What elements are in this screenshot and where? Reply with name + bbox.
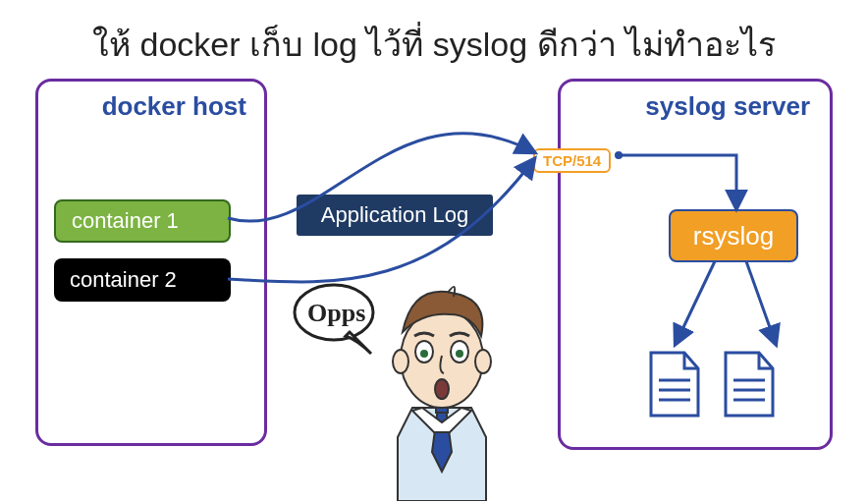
application-log-text: Application Log (321, 202, 468, 228)
docker-host-box: docker host container 1 container 2 (35, 79, 267, 446)
container-2: container 2 (54, 258, 231, 302)
svg-point-16 (420, 350, 428, 358)
svg-point-12 (393, 350, 408, 373)
svg-point-17 (456, 350, 463, 358)
container-1: container 1 (54, 199, 231, 243)
application-log-label: Application Log (297, 195, 493, 236)
surprised-man-illustration (363, 265, 520, 501)
rsyslog-label: rsyslog (693, 221, 774, 252)
log-file-icon (647, 351, 702, 419)
speech-text: Opps (307, 299, 365, 328)
diagram-title: ให้ docker เก็บ log ไว้ที่ syslog ดีกว่า… (0, 18, 868, 71)
syslog-server-label: syslog server (645, 91, 810, 122)
docker-host-label: docker host (102, 91, 246, 122)
port-chip: TCP/514 (533, 148, 611, 173)
rsyslog-node: rsyslog (669, 209, 798, 262)
syslog-server-box: syslog server TCP/514 rsyslog (558, 79, 833, 450)
svg-point-18 (435, 379, 449, 399)
log-file-icon (722, 351, 777, 419)
container-1-label: container 1 (72, 208, 179, 234)
container-2-label: container 2 (70, 267, 177, 293)
svg-point-13 (475, 350, 491, 373)
